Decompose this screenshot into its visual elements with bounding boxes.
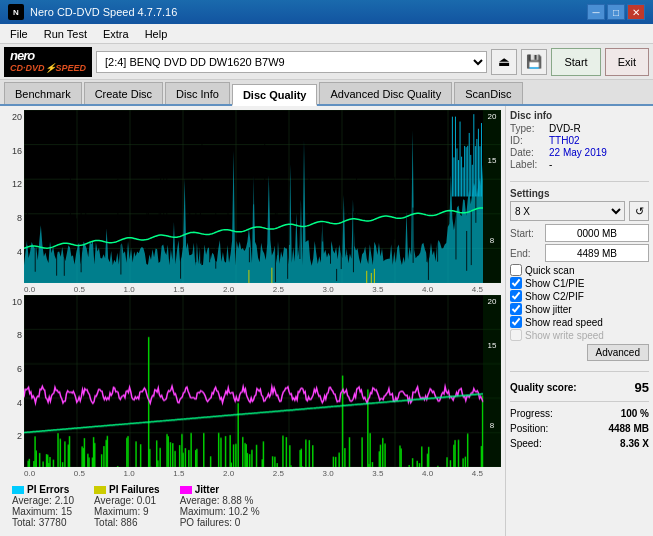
top-chart: 20 15 8 bbox=[24, 110, 501, 283]
speed-value: 8.36 X bbox=[620, 438, 649, 449]
save-button[interactable]: 💾 bbox=[521, 49, 547, 75]
quality-score-value: 95 bbox=[635, 380, 649, 395]
minimize-button[interactable]: ─ bbox=[587, 4, 605, 20]
show-c2-checkbox[interactable] bbox=[510, 290, 522, 302]
title-bar-left: N Nero CD-DVD Speed 4.7.7.16 bbox=[8, 4, 177, 20]
tab-create-disc[interactable]: Create Disc bbox=[84, 82, 163, 104]
disc-type-value: DVD-R bbox=[549, 123, 581, 134]
title-bar: N Nero CD-DVD Speed 4.7.7.16 ─ □ ✕ bbox=[0, 0, 653, 24]
right-panel: Disc info Type: DVD-R ID: TTH02 Date: 22… bbox=[505, 106, 653, 536]
speed-select[interactable]: 8 X bbox=[510, 201, 625, 221]
show-jitter-row[interactable]: Show jitter bbox=[510, 303, 649, 315]
divider-3 bbox=[510, 401, 649, 402]
progress-row: Progress: 100 % bbox=[510, 408, 649, 419]
chart-area: 20 16 12 8 4 20 15 8 0.0 0 bbox=[0, 106, 505, 536]
window-controls[interactable]: ─ □ ✕ bbox=[587, 4, 645, 20]
nero-logo: nero CD·DVD⚡SPEED bbox=[4, 47, 92, 77]
quick-scan-row[interactable]: Quick scan bbox=[510, 264, 649, 276]
disc-date-row: Date: 22 May 2019 bbox=[510, 147, 649, 158]
pi-failures-label: PI Failures bbox=[109, 484, 160, 495]
refresh-button[interactable]: ↺ bbox=[629, 201, 649, 221]
maximize-button[interactable]: □ bbox=[607, 4, 625, 20]
tab-disc-quality[interactable]: Disc Quality bbox=[232, 84, 318, 106]
divider-1 bbox=[510, 181, 649, 182]
disc-id-value: TTH02 bbox=[549, 135, 580, 146]
tab-disc-info[interactable]: Disc Info bbox=[165, 82, 230, 104]
menu-run-test[interactable]: Run Test bbox=[38, 26, 93, 42]
start-mb-input[interactable] bbox=[545, 224, 649, 242]
progress-value: 100 % bbox=[621, 408, 649, 419]
disc-info-title: Disc info bbox=[510, 110, 649, 121]
menu-extra[interactable]: Extra bbox=[97, 26, 135, 42]
menu-file[interactable]: File bbox=[4, 26, 34, 42]
legend: PI Errors Average: 2.10 Maximum: 15 Tota… bbox=[4, 480, 501, 532]
position-value: 4488 MB bbox=[608, 423, 649, 434]
speed-row-status: Speed: 8.36 X bbox=[510, 438, 649, 449]
quick-scan-checkbox[interactable] bbox=[510, 264, 522, 276]
show-write-speed-row: Show write speed bbox=[510, 329, 649, 341]
jitter-label: Jitter bbox=[195, 484, 219, 495]
divider-2 bbox=[510, 371, 649, 372]
show-c2-row[interactable]: Show C2/PIF bbox=[510, 290, 649, 302]
progress-label: Progress: bbox=[510, 408, 553, 419]
tab-bar: Benchmark Create Disc Disc Info Disc Qua… bbox=[0, 80, 653, 106]
position-label: Position: bbox=[510, 423, 548, 434]
legend-jitter: Jitter Average: 8.88 % Maximum: 10.2 % P… bbox=[180, 484, 260, 528]
start-button[interactable]: Start bbox=[551, 48, 600, 76]
drive-select[interactable]: [2:4] BENQ DVD DD DW1620 B7W9 bbox=[96, 51, 487, 73]
show-read-speed-row[interactable]: Show read speed bbox=[510, 316, 649, 328]
show-c1-label: Show C1/PIE bbox=[525, 278, 584, 289]
show-jitter-checkbox[interactable] bbox=[510, 303, 522, 315]
end-mb-input[interactable] bbox=[545, 244, 649, 262]
menu-help[interactable]: Help bbox=[139, 26, 174, 42]
menu-bar: File Run Test Extra Help bbox=[0, 24, 653, 44]
disc-label-value: - bbox=[549, 159, 552, 170]
pi-errors-color bbox=[12, 486, 24, 494]
settings-section: Settings 8 X ↺ Start: End: Quick scan bbox=[510, 188, 649, 361]
show-read-speed-label: Show read speed bbox=[525, 317, 603, 328]
eject-button[interactable]: ⏏ bbox=[491, 49, 517, 75]
disc-date-value: 22 May 2019 bbox=[549, 147, 607, 158]
tab-advanced-disc-quality[interactable]: Advanced Disc Quality bbox=[319, 82, 452, 104]
legend-pi-errors: PI Errors Average: 2.10 Maximum: 15 Tota… bbox=[12, 484, 74, 528]
main-content: 20 16 12 8 4 20 15 8 0.0 0 bbox=[0, 106, 653, 536]
disc-info-section: Disc info Type: DVD-R ID: TTH02 Date: 22… bbox=[510, 110, 649, 171]
disc-type-row: Type: DVD-R bbox=[510, 123, 649, 134]
tab-scandisc[interactable]: ScanDisc bbox=[454, 82, 522, 104]
app-title: Nero CD-DVD Speed 4.7.7.16 bbox=[30, 6, 177, 18]
speed-label: Speed: bbox=[510, 438, 542, 449]
quality-score-row: Quality score: 95 bbox=[510, 380, 649, 395]
quick-scan-label: Quick scan bbox=[525, 265, 574, 276]
tab-benchmark[interactable]: Benchmark bbox=[4, 82, 82, 104]
disc-id-row: ID: TTH02 bbox=[510, 135, 649, 146]
show-c1-checkbox[interactable] bbox=[510, 277, 522, 289]
show-read-speed-checkbox[interactable] bbox=[510, 316, 522, 328]
pi-failures-color bbox=[94, 486, 106, 494]
show-c1-row[interactable]: Show C1/PIE bbox=[510, 277, 649, 289]
advanced-button[interactable]: Advanced bbox=[587, 344, 649, 361]
disc-label-row: Label: - bbox=[510, 159, 649, 170]
speed-row: 8 X ↺ bbox=[510, 201, 649, 221]
start-mb-row: Start: bbox=[510, 224, 649, 242]
show-jitter-label: Show jitter bbox=[525, 304, 572, 315]
bottom-chart: 20 15 8 bbox=[24, 295, 501, 468]
show-c2-label: Show C2/PIF bbox=[525, 291, 584, 302]
app-icon: N bbox=[8, 4, 24, 20]
pi-errors-label: PI Errors bbox=[27, 484, 69, 495]
toolbar: nero CD·DVD⚡SPEED [2:4] BENQ DVD DD DW16… bbox=[0, 44, 653, 80]
position-row: Position: 4488 MB bbox=[510, 423, 649, 434]
quality-score-label: Quality score: bbox=[510, 382, 577, 393]
exit-button[interactable]: Exit bbox=[605, 48, 649, 76]
legend-pi-failures: PI Failures Average: 0.01 Maximum: 9 Tot… bbox=[94, 484, 160, 528]
close-button[interactable]: ✕ bbox=[627, 4, 645, 20]
show-write-speed-checkbox bbox=[510, 329, 522, 341]
end-mb-row: End: bbox=[510, 244, 649, 262]
show-write-speed-label: Show write speed bbox=[525, 330, 604, 341]
jitter-color bbox=[180, 486, 192, 494]
settings-title: Settings bbox=[510, 188, 649, 199]
